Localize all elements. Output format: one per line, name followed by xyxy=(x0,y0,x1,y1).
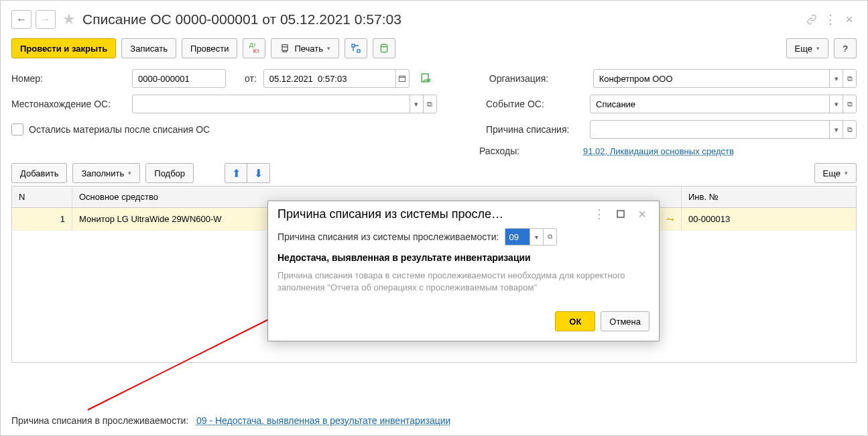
more-vertical-icon[interactable]: ⋮ xyxy=(823,12,838,27)
svg-rect-4 xyxy=(399,76,406,82)
org-dropdown-icon[interactable]: ▾ xyxy=(829,70,843,87)
col-header-n[interactable]: N xyxy=(12,186,72,207)
org-open-icon[interactable]: ⧉ xyxy=(843,70,856,87)
svg-point-3 xyxy=(381,44,387,47)
help-button[interactable]: ? xyxy=(834,38,857,58)
org-label: Организация: xyxy=(489,73,586,84)
calendar-icon[interactable] xyxy=(395,70,409,87)
move-up-button[interactable]: ⬆ xyxy=(225,163,247,183)
date-label: от: xyxy=(245,73,257,84)
favorite-star-icon[interactable]: ★ xyxy=(62,11,76,28)
cell-inv: 00-000013 xyxy=(682,208,856,230)
reason-dropdown-icon[interactable]: ▾ xyxy=(829,121,843,138)
save-button[interactable]: Записать xyxy=(121,38,176,58)
location-open-icon[interactable]: ⧉ xyxy=(423,95,436,113)
close-icon[interactable]: × xyxy=(842,12,857,27)
move-down-button[interactable]: ⬇ xyxy=(247,163,270,183)
reason-dialog: Причина списания из системы просле… ⋮ × … xyxy=(267,201,660,341)
dialog-more-icon[interactable]: ⋮ xyxy=(592,207,607,221)
expenses-link[interactable]: 91.02, Ликвидация основных средств xyxy=(583,146,734,156)
footer-label: Причина списания в прослеживаемости: xyxy=(11,415,188,426)
location-input[interactable] xyxy=(133,95,410,113)
cell-n: 1 xyxy=(12,208,72,230)
submit-close-button[interactable]: Провести и закрыть xyxy=(11,38,116,58)
dialog-close-icon[interactable]: × xyxy=(635,207,649,221)
col-header-inv[interactable]: Инв. № xyxy=(682,186,856,207)
fill-button[interactable]: Заполнить ▾ xyxy=(72,163,140,183)
location-label: Местонахождение ОС: xyxy=(11,99,125,109)
reason-input[interactable] xyxy=(591,121,829,138)
structure-button[interactable] xyxy=(345,38,367,58)
number-input[interactable] xyxy=(133,70,225,87)
dialog-hint: Причина списания товара в системе просле… xyxy=(277,270,649,294)
dialog-selected-text: Недостача, выявленная в результате инвен… xyxy=(277,252,649,263)
reason-label: Причина списания: xyxy=(486,124,583,135)
event-dropdown-icon[interactable]: ▾ xyxy=(829,95,843,113)
reason-open-icon[interactable]: ⧉ xyxy=(843,121,856,138)
dialog-title: Причина списания из системы просле… xyxy=(277,207,585,221)
footer-link[interactable]: 09 - Недостача, выявленная в результате … xyxy=(196,415,450,426)
svg-rect-0 xyxy=(282,47,288,50)
number-label: Номер: xyxy=(11,73,125,84)
pick-button[interactable]: Подбор xyxy=(145,163,194,183)
storage-button[interactable] xyxy=(373,38,395,58)
svg-rect-1 xyxy=(352,44,355,47)
nav-back-button[interactable]: ← xyxy=(11,10,32,29)
svg-rect-7 xyxy=(617,211,624,217)
org-input[interactable] xyxy=(594,70,830,87)
dialog-dropdown-icon[interactable]: ▾ xyxy=(530,229,543,245)
dialog-maximize-icon[interactable] xyxy=(613,207,628,221)
ok-mark-icon[interactable] xyxy=(420,72,432,86)
dialog-open-icon[interactable]: ⧉ xyxy=(543,229,556,245)
nav-forward-button[interactable]: → xyxy=(36,10,56,29)
dialog-field-label: Причина списания из системы прослеживаем… xyxy=(277,231,499,242)
svg-rect-2 xyxy=(357,50,360,52)
date-input[interactable] xyxy=(264,70,395,87)
add-row-button[interactable]: Добавить xyxy=(11,163,67,183)
materials-left-label: Остались материалы после списания ОС xyxy=(29,124,210,135)
location-dropdown-icon[interactable]: ▾ xyxy=(410,95,423,113)
expenses-label: Расходы: xyxy=(479,146,576,156)
event-open-icon[interactable]: ⧉ xyxy=(843,95,856,113)
materials-left-checkbox[interactable] xyxy=(11,123,23,135)
event-label: Событие ОС: xyxy=(486,99,583,109)
dt-kt-button[interactable]: ДтКт xyxy=(243,38,265,58)
row-open-icon[interactable]: ⤳ xyxy=(666,214,674,225)
dialog-cancel-button[interactable]: Отмена xyxy=(601,311,649,331)
post-button[interactable]: Провести xyxy=(182,38,238,58)
dialog-ok-button[interactable]: ОК xyxy=(555,311,595,331)
print-button[interactable]: Печать ▾ xyxy=(271,38,339,58)
page-title: Списание ОС 0000-000001 от 05.12.2021 0:… xyxy=(82,11,401,28)
link-icon[interactable] xyxy=(804,12,819,27)
event-input[interactable] xyxy=(591,95,829,113)
table-more-button[interactable]: Еще ▾ xyxy=(814,163,857,183)
more-button[interactable]: Еще ▾ xyxy=(786,38,828,58)
dialog-reason-input[interactable] xyxy=(505,229,530,245)
